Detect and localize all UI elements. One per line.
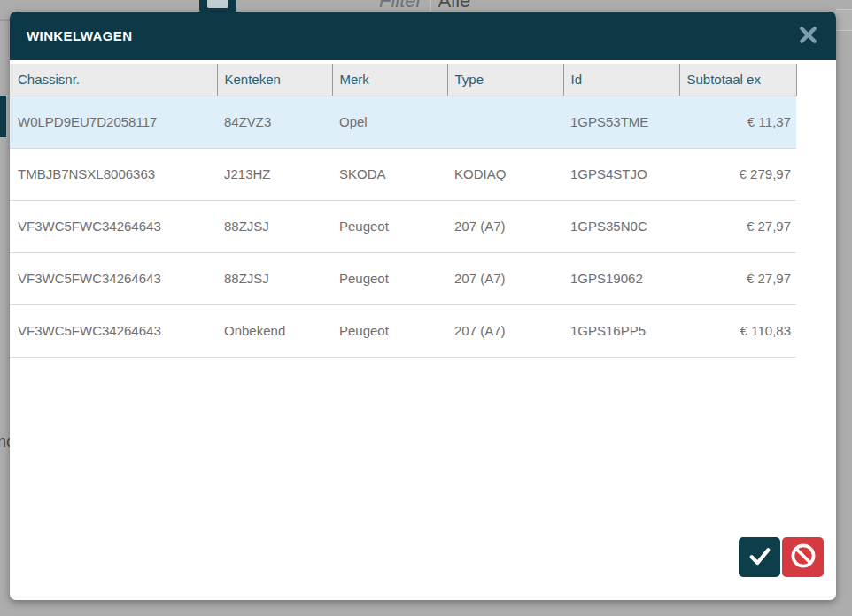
checkmark-icon	[746, 542, 774, 573]
cell-chassisnr: TMBJB7NSXL8006363	[10, 148, 217, 200]
cell-chassisnr: VF3WC5FWC34264643	[10, 252, 217, 304]
dialog-title: WINKELWAGEN	[27, 28, 132, 43]
dialog-body: Chassisnr.KentekenMerkTypeIdSubtotaal ex…	[10, 60, 836, 600]
cell-kenteken: 88ZJSJ	[217, 200, 332, 252]
dialog-actions	[739, 537, 824, 577]
cell-chassisnr: W0LPD9EU7D2058117	[10, 96, 217, 148]
table-row[interactable]: VF3WC5FWC34264643 Onbekend Peugeot 207 (…	[10, 304, 796, 357]
filter-bar: Filter|Alle	[379, 0, 470, 12]
cell-id: 1GPS16PP5	[563, 304, 679, 357]
cell-subtotaal: € 27,97	[679, 252, 796, 304]
cell-merk: Peugeot	[332, 200, 447, 252]
cell-type	[447, 96, 563, 148]
column-header: Type	[447, 64, 563, 96]
table-header-row: Chassisnr.KentekenMerkTypeIdSubtotaal ex	[10, 64, 796, 96]
column-header: Subtotaal ex	[679, 64, 796, 96]
cart-table-body: W0LPD9EU7D2058117 84ZVZ3 Opel 1GPS53TME …	[10, 96, 796, 357]
cell-id: 1GPS4STJO	[563, 148, 679, 200]
background-edge-line	[0, 19, 10, 21]
cell-merk: Peugeot	[332, 304, 447, 357]
cell-kenteken: 84ZVZ3	[217, 96, 332, 148]
cell-subtotaal: € 11,37	[679, 96, 796, 148]
column-header: Kenteken	[217, 64, 332, 96]
cell-subtotaal: € 27,97	[679, 200, 796, 252]
table-row[interactable]: W0LPD9EU7D2058117 84ZVZ3 Opel 1GPS53TME …	[10, 96, 796, 148]
filter-value: Alle	[438, 0, 471, 12]
cell-merk: Peugeot	[332, 252, 447, 304]
column-header: Id	[563, 64, 679, 96]
background-edge-lines-right	[836, 9, 852, 31]
list-icon	[199, 0, 236, 12]
cell-id: 1GPS53TME	[563, 96, 679, 148]
cell-merk: Opel	[332, 96, 447, 148]
cancel-button[interactable]	[782, 537, 824, 577]
cell-type: 207 (A7)	[447, 304, 563, 357]
close-icon	[799, 26, 817, 47]
column-header: Chassisnr.	[10, 64, 217, 96]
cart-table: Chassisnr.KentekenMerkTypeIdSubtotaal ex…	[10, 64, 797, 358]
cell-kenteken: Onbekend	[217, 304, 332, 357]
table-row[interactable]: VF3WC5FWC34264643 88ZJSJ Peugeot 207 (A7…	[10, 252, 796, 304]
cell-type: 207 (A7)	[447, 200, 563, 252]
cell-id: 1GPS19062	[563, 252, 679, 304]
cell-chassisnr: VF3WC5FWC34264643	[10, 200, 217, 252]
filter-label: Filter	[379, 0, 422, 12]
cell-kenteken: J213HZ	[217, 148, 332, 200]
cell-merk: SKODA	[332, 148, 447, 200]
winkelwagen-dialog: WINKELWAGEN Chassisnr.KentekenMerkTypeId…	[10, 12, 836, 600]
cell-type: KODIAQ	[447, 148, 563, 200]
cell-type: 207 (A7)	[447, 252, 563, 304]
background-teal-strip	[0, 96, 6, 137]
close-button[interactable]	[796, 25, 819, 48]
dialog-titlebar: WINKELWAGEN	[10, 12, 836, 60]
cell-subtotaal: € 279,97	[679, 148, 796, 200]
table-row[interactable]: TMBJB7NSXL8006363 J213HZ SKODA KODIAQ 1G…	[10, 148, 796, 200]
table-row[interactable]: VF3WC5FWC34264643 88ZJSJ Peugeot 207 (A7…	[10, 200, 796, 252]
cell-chassisnr: VF3WC5FWC34264643	[10, 304, 217, 357]
confirm-button[interactable]	[739, 537, 780, 577]
prohibition-icon	[788, 541, 818, 574]
filter-separator: |	[422, 0, 438, 12]
cell-subtotaal: € 110,83	[679, 304, 796, 357]
column-header: Merk	[332, 64, 447, 96]
cell-kenteken: 88ZJSJ	[217, 252, 332, 304]
cell-id: 1GPS35N0C	[563, 200, 679, 252]
